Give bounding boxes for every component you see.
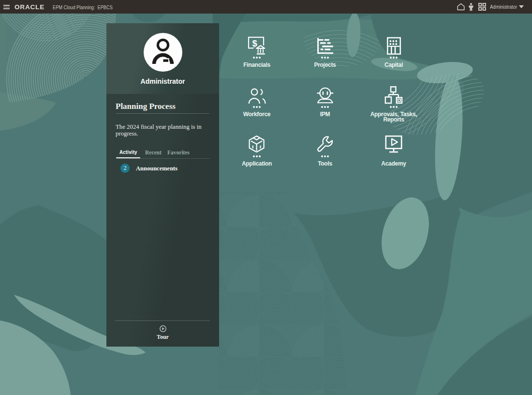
svg-text:ORACLE: ORACLE [15, 3, 44, 10]
